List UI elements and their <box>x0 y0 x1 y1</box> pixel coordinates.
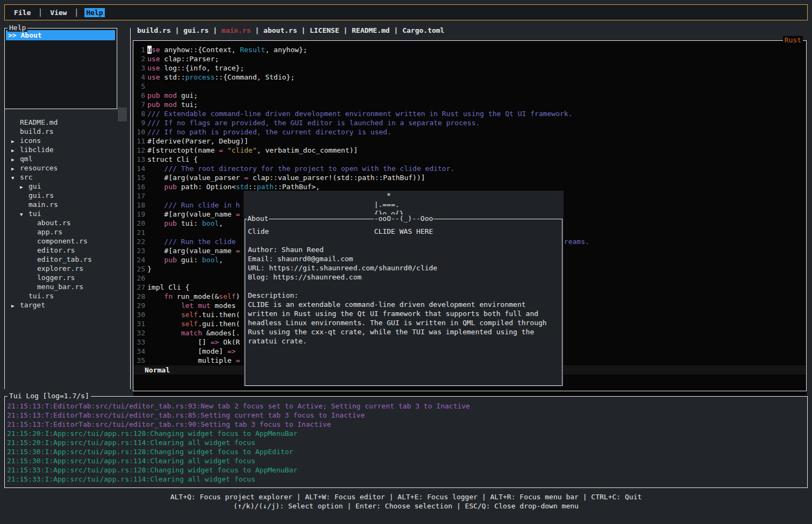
explorer-scrollbar-thumb[interactable] <box>118 107 127 121</box>
code-token: tui; <box>181 101 198 109</box>
tree-item-about-rs[interactable]: about.rs <box>5 218 130 227</box>
log-entry-info: 21:15:30:I:App:src/tui/app.rs:114:Cleari… <box>7 456 807 465</box>
tree-item-gui-rs[interactable]: gui.rs <box>5 191 130 200</box>
code-token: pub <box>164 256 181 264</box>
code-token: se <box>152 46 164 54</box>
line-number: 15 <box>137 173 145 182</box>
editor-tab-bar[interactable]: build.rs | gui.rs | main.rs | about.rs |… <box>137 26 444 36</box>
tab-readme-md[interactable]: README.md <box>352 26 389 36</box>
log-entries: 21:15:13:T:EditorTab:src/tui/editor_tab.… <box>5 397 807 484</box>
code-token <box>147 201 164 209</box>
menu-item-file[interactable]: File <box>12 8 32 17</box>
tree-item-tui-rs[interactable]: tui.rs <box>5 291 130 300</box>
code-token: clap::Parser; <box>164 55 219 63</box>
code-line-3: 3use log::{info, trace}; <box>137 63 806 73</box>
about-popup-line: headless Linux environments. The GUI is … <box>248 318 562 327</box>
code-token: process <box>185 73 215 81</box>
tree-item-explorer-rs[interactable]: explorer.rs <box>5 264 130 273</box>
code-token: self <box>181 311 198 319</box>
tree-item-resources[interactable]: ▶resources <box>5 163 130 173</box>
menu-item-view[interactable]: View <box>48 8 68 17</box>
tree-item-qml[interactable]: ▶qml <box>5 154 130 163</box>
code-token: #[arg(value_name <box>147 210 236 218</box>
tab-about-rs[interactable]: about.rs <box>263 26 297 36</box>
tree-item-logger-rs[interactable]: logger.rs <box>5 273 130 282</box>
about-popup-box: About -ooO--(_)--Ooo Clide CLIDE WAS HER… <box>245 219 562 386</box>
tree-item-label: gui.rs <box>29 191 54 199</box>
line-number: 27 <box>137 283 145 292</box>
tree-item-editor-rs[interactable]: editor.rs <box>5 246 130 255</box>
tree-item-build-rs[interactable]: build.rs <box>5 127 130 136</box>
line-number: 24 <box>137 255 145 264</box>
log-entry-trace: 21:15:13:T:EditorTab:src/tui/editor_tab.… <box>7 420 807 429</box>
tree-item-editor-tab-rs[interactable]: editor_tab.rs <box>5 255 130 264</box>
code-token: gui: <box>181 256 202 264</box>
keybinding-help-bar: ALT+Q: Focus project explorer | ALT+W: F… <box>0 492 812 511</box>
code-token: = <box>236 247 240 255</box>
code-line-9: 9/// If no flags are provided, the GUI e… <box>137 118 806 127</box>
tree-item-target[interactable]: ▶target <box>5 300 130 310</box>
line-number: 1 <box>137 45 145 54</box>
code-line-16: 16 pub path: Option<std::path::PathBuf>, <box>137 182 806 191</box>
about-popup-line <box>248 282 562 291</box>
code-token: use <box>147 64 164 72</box>
code-token: std <box>236 183 248 191</box>
tab-license[interactable]: LICENSE <box>310 26 339 36</box>
line-number: 23 <box>137 246 145 255</box>
tree-item-readme-md[interactable]: README.md <box>5 118 130 127</box>
tui-log-title: Tui Log [log=1.7/s] <box>8 392 91 400</box>
tab-separator: | <box>297 26 309 36</box>
code-token: .tui.then( <box>198 311 240 319</box>
log-entry-info: 21:15:33:I:App:src/tui/app.rs:128:Changi… <box>7 465 807 475</box>
tree-item-icons[interactable]: ▶icons <box>5 136 130 145</box>
menu-item-help[interactable]: Help <box>84 8 104 17</box>
help-dropdown-menu[interactable]: Help >> About <box>4 28 117 109</box>
tree-item-main-rs[interactable]: main.rs <box>5 200 130 209</box>
code-token: /// Extendable command-line driven devel… <box>147 110 573 118</box>
log-entry-info: 21:15:20:I:App:src/tui/app.rs:128:Changi… <box>7 429 807 438</box>
code-token: self <box>181 320 198 328</box>
log-entry-trace: 21:15:13:T:EditorTab:src/tui/editor_tab.… <box>7 401 807 411</box>
code-token <box>147 329 181 337</box>
code-token: = <box>236 356 240 364</box>
code-token <box>147 256 164 264</box>
chevron-right-icon: ▶ <box>11 146 20 155</box>
tree-item-tui[interactable]: ▼tui <box>5 209 130 218</box>
tree-item-gui[interactable]: ▶gui <box>5 182 130 191</box>
tab-cargo-toml[interactable]: Cargo.toml <box>402 26 444 36</box>
tab-gui-rs[interactable]: gui.rs <box>183 26 209 36</box>
line-number: 2 <box>137 54 145 63</box>
menu-bar[interactable]: File│View│Help <box>4 4 808 20</box>
line-number: 10 <box>137 127 145 137</box>
chevron-right-icon: ▶ <box>20 183 29 192</box>
code-token: pub mod <box>147 91 181 99</box>
tab-separator: | <box>251 26 263 36</box>
tree-item-app-rs[interactable]: app.rs <box>5 227 130 236</box>
code-line-13: 13struct Cli { <box>137 155 806 164</box>
code-token: /// Run clide in h <box>164 201 240 209</box>
tree-item-src[interactable]: ▼src <box>5 173 130 182</box>
tree-item-libclide[interactable]: ▶libclide <box>5 145 130 154</box>
code-line-6: 6pub mod gui; <box>137 91 806 100</box>
keybinding-help-line-2: (↑/k)/(↓/j): Select option | Enter: Choo… <box>0 501 812 511</box>
about-popup-line: written in Rust using the Qt UI framewor… <box>248 309 562 318</box>
line-number: 28 <box>137 292 145 301</box>
tree-item-label: editor_tab.rs <box>37 255 92 263</box>
tree-item-label: README.md <box>20 118 58 126</box>
tree-item-menu-bar-rs[interactable]: menu_bar.rs <box>5 282 130 291</box>
tree-item-label: target <box>20 301 45 309</box>
code-token: ) <box>236 292 240 300</box>
line-number: 34 <box>137 347 145 356</box>
tab-build-rs[interactable]: build.rs <box>137 26 171 36</box>
about-popup-content: Clide CLIDE WAS HEREAuthor: Shaun ReedEm… <box>245 219 562 346</box>
line-number: 32 <box>137 328 145 338</box>
tab-main-rs[interactable]: main.rs <box>222 26 251 36</box>
chevron-down-icon: ▼ <box>11 174 20 183</box>
code-line-11: 11#[derive(Parser, Debug)] <box>137 137 806 146</box>
tree-item-label: logger.rs <box>37 274 75 282</box>
code-token: => <box>227 347 240 355</box>
about-popup-line: CLIDE is an extendable command-line driv… <box>248 300 562 309</box>
code-token: /// If no path is provided, the current … <box>147 128 391 136</box>
tree-item-component-rs[interactable]: component.rs <box>5 236 130 246</box>
line-number: 12 <box>137 146 145 155</box>
